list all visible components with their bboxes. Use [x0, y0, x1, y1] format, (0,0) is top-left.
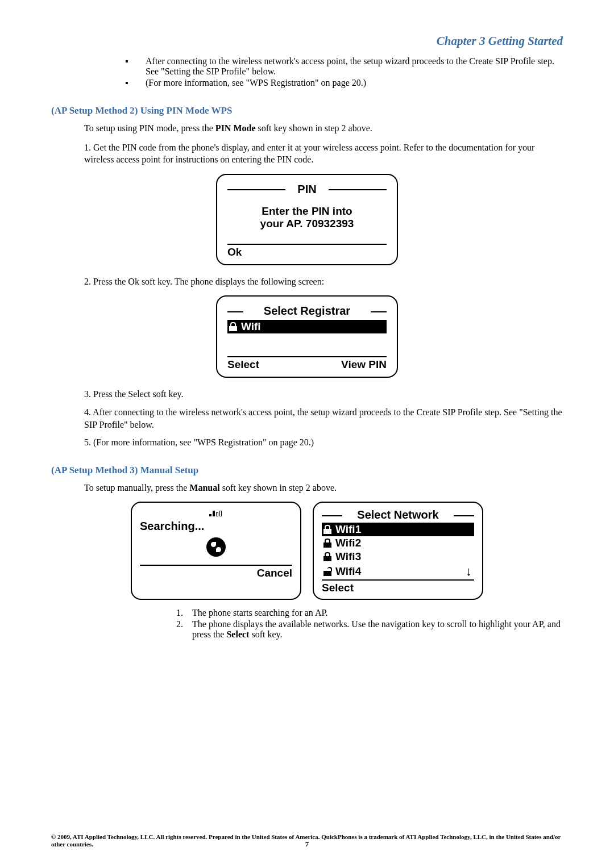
pin-line2: your AP. 70932393	[260, 218, 354, 229]
substep-2: 2. The phone displays the available netw…	[176, 619, 563, 640]
clock-icon	[206, 537, 226, 557]
phone-screen-select-network: Select Network Wifi1 Wifi2 Wifi3 Wifi4 ↓…	[313, 502, 483, 600]
softkey-row: Ok	[227, 244, 387, 258]
screen-title: Select Registrar	[227, 304, 387, 318]
text: The phone starts searching for an AP.	[192, 608, 328, 618]
softkey-row: Cancel	[140, 565, 292, 579]
text: 4. After connecting to the wireless netw…	[84, 407, 562, 429]
list-item[interactable]: Wifi3	[322, 550, 474, 564]
wifi4-label: Wifi4	[335, 565, 361, 578]
wifi1-label: Wifi1	[335, 523, 361, 536]
method3-substeps: 1. The phone starts searching for an AP.…	[176, 608, 563, 640]
softkey-row: Select	[322, 579, 474, 594]
method2-step4: 4. After connecting to the wireless netw…	[84, 406, 563, 431]
screen-title: PIN	[227, 183, 387, 196]
select-bold: Select	[226, 629, 249, 639]
screen-body: Wifi	[227, 318, 387, 356]
substep-1: 1. The phone starts searching for an AP.	[176, 608, 563, 618]
bullet-item: ▪ After connecting to the wireless netwo…	[125, 56, 563, 77]
two-screens: Searching... Cancel Select Network Wifi1…	[51, 502, 563, 600]
viewpin-softkey[interactable]: View PIN	[341, 358, 387, 371]
chapter-header: Chapter 3 Getting Started	[51, 34, 563, 48]
text: To setup using PIN mode, press the	[84, 123, 215, 133]
signal-icon	[209, 508, 223, 516]
select-softkey[interactable]: Select	[322, 582, 354, 594]
bullet-item: ▪ (For more information, see "WPS Regist…	[125, 78, 563, 88]
ok-softkey[interactable]: Ok	[227, 246, 242, 258]
list-item[interactable]: Wifi4 ↓	[322, 564, 474, 579]
text: The phone displays the available network…	[192, 619, 563, 640]
screen-body: Enter the PIN into your AP. 70932393	[227, 196, 387, 244]
wifi3-label: Wifi3	[335, 550, 361, 563]
wifi-label: Wifi	[241, 320, 261, 333]
method2-intro: To setup using PIN mode, press the PIN M…	[84, 122, 563, 135]
method2-step3: 3. Press the Select soft key.	[84, 388, 563, 400]
square-bullet-icon: ▪	[125, 78, 146, 88]
text: soft key shown in step 2 above.	[220, 483, 337, 493]
num: 1.	[176, 608, 192, 618]
method2-step2: 2. Press the Ok soft key. The phone disp…	[84, 276, 563, 288]
screen-title: Select Network	[322, 508, 474, 521]
wifi2-label: Wifi2	[335, 537, 361, 549]
phone-screen-registrar: Select Registrar Wifi Select View PIN	[216, 295, 398, 378]
signal-row	[140, 508, 292, 519]
lock-icon	[229, 322, 238, 331]
t: soft key.	[249, 629, 282, 639]
phone-screen-pin: PIN Enter the PIN into your AP. 70932393…	[216, 174, 398, 265]
text: To setup manually, press the	[84, 483, 189, 493]
network-list: Wifi1 Wifi2 Wifi3 Wifi4 ↓	[322, 521, 474, 579]
down-arrow-icon: ↓	[466, 564, 473, 579]
pin-mode-bold: PIN Mode	[215, 123, 256, 133]
method2-heading: (AP Setup Method 2) Using PIN Mode WPS	[51, 105, 563, 116]
list-item-selected[interactable]: Wifi1	[322, 523, 474, 536]
phone-screen-searching: Searching... Cancel	[131, 502, 301, 600]
cancel-softkey[interactable]: Cancel	[257, 567, 292, 579]
num: 2.	[176, 619, 192, 640]
bullet-text: (For more information, see "WPS Registra…	[146, 78, 563, 88]
square-bullet-icon: ▪	[125, 56, 146, 77]
method3-intro: To setup manually, press the Manual soft…	[84, 482, 563, 494]
method3-heading: (AP Setup Method 3) Manual Setup	[51, 465, 563, 476]
unlock-icon	[323, 567, 332, 576]
select-softkey[interactable]: Select	[227, 358, 259, 371]
page-number: 7	[0, 840, 614, 849]
top-bullets: ▪ After connecting to the wireless netwo…	[125, 56, 563, 88]
pin-line1: Enter the PIN into	[262, 205, 352, 217]
method2-step5: 5. (For more information, see "WPS Regis…	[84, 436, 563, 449]
searching-text: Searching...	[140, 519, 292, 557]
text: soft key shown in step 2 above.	[256, 123, 372, 133]
manual-bold: Manual	[189, 483, 219, 493]
list-item-selected[interactable]: Wifi	[227, 320, 387, 333]
method2-step1: 1. Get the PIN code from the phone's dis…	[84, 141, 563, 166]
lock-icon	[323, 552, 332, 561]
lock-icon	[323, 539, 332, 548]
text: Searching...	[140, 520, 204, 532]
lock-icon	[323, 525, 332, 534]
softkey-row: Select View PIN	[227, 356, 387, 371]
list-item[interactable]: Wifi2	[322, 536, 474, 550]
bullet-text: After connecting to the wireless network…	[146, 56, 563, 77]
